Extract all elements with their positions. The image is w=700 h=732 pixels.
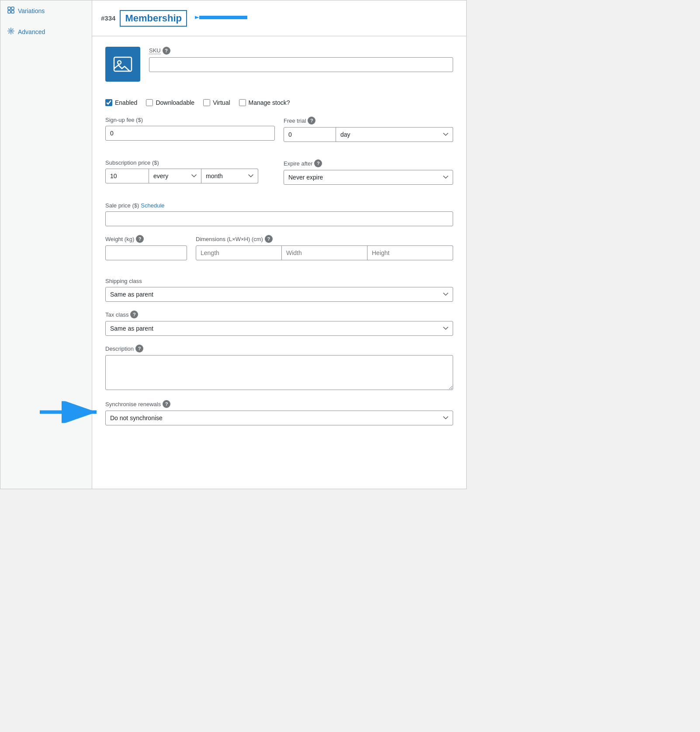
bottom-arrow-annotation: [40, 401, 101, 425]
description-textarea[interactable]: [105, 355, 453, 390]
tax-class-label: Tax class ?: [105, 311, 453, 318]
sku-label-text: SKU: [149, 47, 161, 54]
dimensions-row: [196, 245, 453, 260]
dimensions-help-icon[interactable]: ?: [265, 235, 273, 243]
signup-fee-input[interactable]: [105, 126, 275, 141]
header-arrow-annotation: [195, 7, 247, 30]
weight-section: Weight (kg) ?: [105, 235, 187, 260]
subscription-price-label: Subscription price ($): [105, 159, 275, 166]
svg-rect-7: [114, 57, 132, 71]
product-title: Membership: [120, 10, 187, 27]
height-input[interactable]: [367, 245, 453, 260]
subscription-price-input[interactable]: [105, 169, 149, 183]
sidebar-item-variations[interactable]: Variations: [0, 0, 92, 21]
expire-after-select[interactable]: Never expire1 month2 months3 months6 mon…: [284, 170, 453, 185]
sale-schedule-link[interactable]: Schedule: [141, 202, 164, 209]
manage-stock-label: Manage stock?: [249, 99, 290, 106]
grid-icon: [7, 7, 14, 15]
svg-point-4: [10, 30, 12, 32]
free-trial-help-icon[interactable]: ?: [308, 117, 315, 124]
shipping-class-label: Shipping class: [105, 278, 453, 284]
length-input[interactable]: [196, 245, 282, 260]
sale-price-input[interactable]: [105, 211, 453, 226]
manage-stock-checkbox-label[interactable]: Manage stock?: [239, 99, 290, 106]
sku-help-icon[interactable]: ?: [163, 47, 170, 55]
synchronise-renewals-section: Synchronise renewals ? Do not synchronis…: [105, 400, 453, 425]
synchronise-renewals-select[interactable]: Do not synchroniseOn the 1st of the mont…: [105, 411, 453, 425]
virtual-checkbox[interactable]: [203, 99, 210, 106]
product-id: #334: [101, 14, 115, 22]
synchronise-renewals-label: Synchronise renewals ?: [105, 400, 453, 408]
dimensions-section: Dimensions (L×W×H) (cm) ?: [196, 235, 453, 260]
sku-section: SKU ?: [149, 47, 453, 72]
description-section: Description ?: [105, 345, 453, 391]
description-label: Description ?: [105, 345, 453, 352]
signup-fee-label: Sign-up fee ($): [105, 117, 275, 123]
free-trial-section: Free trial ? dayweekmonthyear: [284, 117, 453, 142]
sidebar-item-advanced-label: Advanced: [18, 28, 45, 35]
weight-input[interactable]: [105, 245, 187, 260]
weight-label: Weight (kg) ?: [105, 235, 187, 243]
enabled-checkbox-label[interactable]: Enabled: [105, 99, 137, 106]
header: #334 Membership: [92, 0, 466, 36]
svg-rect-2: [8, 10, 10, 13]
weight-help-icon[interactable]: ?: [136, 235, 144, 243]
expire-after-label: Expire after ?: [284, 159, 453, 167]
svg-rect-0: [8, 7, 10, 10]
checkboxes-row: Enabled Downloadable Virtual Manage stoc…: [105, 99, 453, 106]
product-image-placeholder[interactable]: [105, 47, 140, 90]
expire-after-section: Expire after ? Never expire1 month2 mont…: [284, 159, 453, 185]
main-content: #334 Membership: [92, 0, 466, 489]
downloadable-checkbox-label[interactable]: Downloadable: [146, 99, 194, 106]
enabled-checkbox[interactable]: [105, 99, 112, 106]
expire-after-help-icon[interactable]: ?: [314, 159, 322, 167]
gear-icon: [7, 28, 14, 36]
form-content: SKU ? Enabled Downloadable: [92, 36, 466, 445]
shipping-class-select[interactable]: Same as parentNo shipping class: [105, 287, 453, 302]
subscription-price-section: Subscription price ($) everyevery 2every…: [105, 159, 275, 185]
free-trial-label: Free trial ?: [284, 117, 453, 124]
tax-class-section: Tax class ? Same as parentStandardReduce…: [105, 311, 453, 336]
downloadable-checkbox[interactable]: [146, 99, 153, 106]
downloadable-label: Downloadable: [156, 99, 194, 106]
svg-rect-3: [11, 10, 14, 13]
shipping-class-section: Shipping class Same as parentNo shipping…: [105, 278, 453, 302]
manage-stock-checkbox[interactable]: [239, 99, 246, 106]
svg-rect-1: [11, 7, 14, 10]
description-help-icon[interactable]: ?: [135, 345, 143, 352]
svg-point-8: [118, 61, 121, 64]
tax-class-select[interactable]: Same as parentStandardReduced rateZero r…: [105, 321, 453, 336]
width-input[interactable]: [282, 245, 367, 260]
tax-class-help-icon[interactable]: ?: [130, 311, 138, 318]
subscription-every-select[interactable]: everyevery 2every 3every 4every 5every 6: [149, 169, 201, 183]
dimensions-label: Dimensions (L×W×H) (cm) ?: [196, 235, 453, 243]
free-trial-period-select[interactable]: dayweekmonthyear: [336, 127, 453, 142]
signup-fee-section: Sign-up fee ($): [105, 117, 275, 142]
sidebar-item-advanced[interactable]: Advanced: [0, 21, 92, 42]
synchronise-renewals-help-icon[interactable]: ?: [163, 400, 170, 408]
sidebar-item-variations-label: Variations: [18, 7, 45, 14]
sale-price-label: Sale price ($) Schedule: [105, 202, 453, 209]
sale-price-section: Sale price ($) Schedule: [105, 202, 453, 226]
virtual-checkbox-label[interactable]: Virtual: [203, 99, 230, 106]
free-trial-input[interactable]: [284, 127, 336, 142]
enabled-label: Enabled: [115, 99, 137, 106]
free-trial-row: dayweekmonthyear: [284, 127, 453, 142]
sku-label: SKU ?: [149, 47, 453, 55]
virtual-label: Virtual: [213, 99, 230, 106]
sku-input[interactable]: [149, 57, 453, 72]
sub-price-row: everyevery 2every 3every 4every 5every 6…: [105, 169, 275, 183]
subscription-period-select[interactable]: dayweekmonthyear: [201, 169, 258, 183]
